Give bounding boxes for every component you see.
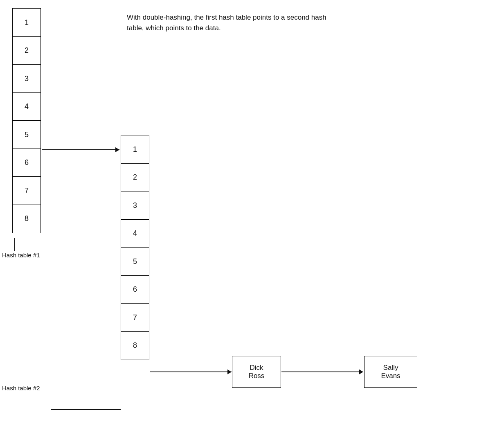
ht2-cell-5: 5 xyxy=(121,247,149,276)
sally-evans-box: SallyEvans xyxy=(364,356,417,388)
hash-table-2: 1 2 3 4 5 6 7 8 xyxy=(121,135,149,360)
ht2-cell-2: 2 xyxy=(121,163,149,192)
ht2-cell-6: 6 xyxy=(121,275,149,304)
description-text: With double-hashing, the first hash tabl… xyxy=(127,12,331,33)
arrow-ht1-to-ht2 xyxy=(42,149,119,150)
hash-table-1-label: Hash table #1 xyxy=(2,252,40,259)
ht1-cell-5: 5 xyxy=(12,120,41,149)
ht2-label-line xyxy=(51,409,121,410)
ht1-cell-1: 1 xyxy=(12,8,41,37)
ht1-label-line xyxy=(14,238,15,251)
dick-ross-box: DickRoss xyxy=(232,356,281,388)
ht2-cell-3: 3 xyxy=(121,191,149,220)
arrow-ht2-to-dr xyxy=(150,371,232,372)
ht1-cell-3: 3 xyxy=(12,64,41,93)
arrow-dr-to-se xyxy=(281,371,363,372)
ht1-cell-2: 2 xyxy=(12,36,41,65)
hash-table-2-label: Hash table #2 xyxy=(2,385,40,392)
hash-table-1: 1 2 3 4 5 6 7 8 xyxy=(12,8,41,233)
ht1-cell-8: 8 xyxy=(12,205,41,233)
ht2-cell-4: 4 xyxy=(121,219,149,248)
ht1-cell-7: 7 xyxy=(12,176,41,205)
ht2-cell-1: 1 xyxy=(121,135,149,164)
ht2-cell-7: 7 xyxy=(121,303,149,332)
ht1-cell-4: 4 xyxy=(12,92,41,121)
ht1-cell-6: 6 xyxy=(12,149,41,177)
ht2-cell-8: 8 xyxy=(121,331,149,360)
